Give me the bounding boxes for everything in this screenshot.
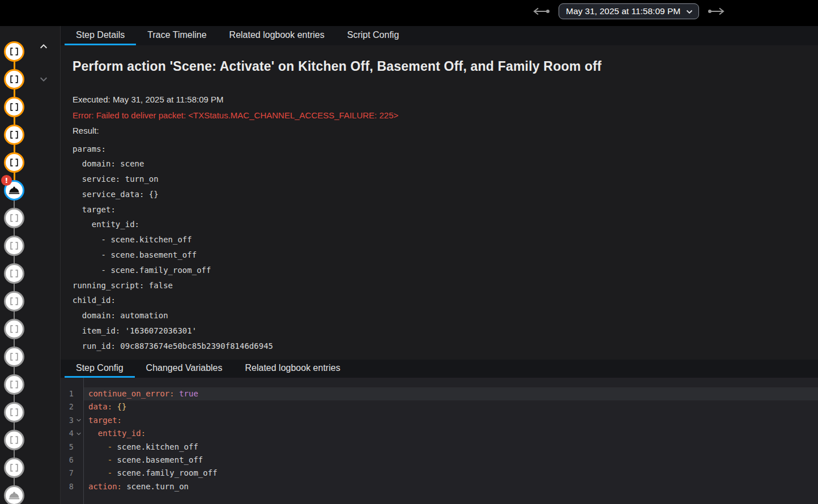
code-line[interactable]: 2data: {} xyxy=(61,400,818,413)
trace-path-sidebar: ! xyxy=(0,26,61,504)
gutter: 8 xyxy=(61,480,83,493)
code-brackets-icon xyxy=(8,434,20,446)
fold-spacer xyxy=(74,467,83,480)
timeline-node-code-brackets[interactable] xyxy=(4,97,24,117)
timeline-node-code-brackets[interactable] xyxy=(4,236,24,256)
code-text: - scene.family_room_off xyxy=(83,467,818,480)
line-number: 4 xyxy=(61,427,74,440)
run-date-select[interactable]: May 31, 2025 at 11:58:09 PM xyxy=(559,3,699,19)
tab-step-details[interactable]: Step Details xyxy=(65,26,136,45)
yaml-line: service: turn_on xyxy=(73,172,818,187)
error-badge: ! xyxy=(1,175,12,186)
yaml-line: service_data: {} xyxy=(73,187,818,202)
gutter: 1 xyxy=(61,387,83,400)
timeline-node-code-brackets[interactable] xyxy=(4,125,24,145)
yaml-line: running_script: false xyxy=(73,278,818,293)
yaml-line: entity_id: xyxy=(73,217,818,232)
tab-trace-timeline[interactable]: Trace Timeline xyxy=(136,26,218,45)
gutter: 6 xyxy=(61,454,83,467)
step-config-tab-bar: Step ConfigChanged VariablesRelated logb… xyxy=(61,360,818,378)
error-message: Error: Failed to deliver packet: <TXStat… xyxy=(73,108,818,123)
fold-spacer xyxy=(74,387,83,400)
timeline-node-code-brackets[interactable] xyxy=(4,374,24,395)
code-brackets-icon xyxy=(8,74,20,85)
next-step-button[interactable] xyxy=(37,72,50,86)
gutter: 7 xyxy=(61,467,83,480)
code-line[interactable]: 3target: xyxy=(61,414,818,427)
fold-toggle-icon[interactable] xyxy=(74,414,83,427)
chevron-up-icon xyxy=(37,46,50,55)
timeline-node-code-brackets[interactable] xyxy=(4,291,24,311)
subtab-related-logbook-entries[interactable]: Related logbook entries xyxy=(234,360,352,378)
code-text: entity_id: xyxy=(83,427,818,440)
fold-toggle-icon[interactable] xyxy=(74,427,83,440)
code-text: - scene.basement_off xyxy=(83,454,818,467)
code-brackets-icon xyxy=(8,101,20,113)
code-brackets-icon xyxy=(8,379,20,390)
code-line[interactable]: 8action: scene.turn_on xyxy=(61,480,818,493)
code-brackets-icon xyxy=(8,323,20,335)
code-brackets-icon xyxy=(8,212,20,224)
fold-spacer xyxy=(74,400,83,413)
room-service-icon xyxy=(8,489,20,502)
tab-related-logbook-entries[interactable]: Related logbook entries xyxy=(218,26,336,45)
timeline-node-code-brackets[interactable] xyxy=(4,347,24,367)
timeline-node-code-brackets[interactable] xyxy=(4,152,24,173)
previous-run-button[interactable] xyxy=(530,6,552,17)
gutter: 3 xyxy=(61,414,83,427)
ray-arrow-right-icon xyxy=(707,7,726,16)
code-line[interactable]: 6 - scene.basement_off xyxy=(61,454,818,467)
previous-step-button[interactable] xyxy=(37,40,50,53)
code-brackets-icon xyxy=(8,46,20,57)
line-number: 2 xyxy=(61,400,74,413)
code-brackets-icon xyxy=(8,351,20,362)
code-line[interactable]: 4 entity_id: xyxy=(61,427,818,440)
subtab-step-config[interactable]: Step Config xyxy=(65,360,135,378)
code-brackets-icon xyxy=(8,268,20,279)
timeline-node-code-brackets[interactable] xyxy=(4,208,24,228)
timeline-node-code-brackets[interactable] xyxy=(4,263,24,284)
yaml-line: - scene.basement_off xyxy=(73,247,818,263)
run-date-value: May 31, 2025 at 11:58:09 PM xyxy=(566,6,680,16)
code-text: action: scene.turn_on xyxy=(83,480,818,493)
yaml-line: params: xyxy=(73,142,818,157)
gutter: 2 xyxy=(61,400,83,413)
next-run-button[interactable] xyxy=(706,6,727,17)
timeline-node-code-brackets[interactable] xyxy=(4,319,24,339)
timeline-node-code-brackets[interactable] xyxy=(4,69,24,89)
subtab-changed-variables[interactable]: Changed Variables xyxy=(135,360,234,378)
code-brackets-icon xyxy=(8,462,20,473)
trace-tab-bar: Step DetailsTrace TimelineRelated logboo… xyxy=(61,26,818,45)
yaml-line: target: xyxy=(73,202,818,217)
code-line[interactable]: 5 - scene.kitchen_off xyxy=(61,441,818,454)
ray-arrow-left-icon xyxy=(531,7,551,16)
timeline-node-room-service[interactable] xyxy=(4,485,24,504)
fold-spacer xyxy=(74,441,83,454)
line-number: 8 xyxy=(61,480,74,493)
yaml-code-editor[interactable]: 1continue_on_error: true2data: {}3target… xyxy=(61,378,818,504)
room-service-icon xyxy=(8,184,20,197)
chevron-down-icon xyxy=(686,6,693,16)
fold-spacer xyxy=(74,454,83,467)
gutter: 5 xyxy=(61,441,83,454)
step-title: Perform action 'Scene: Activate' on Kitc… xyxy=(73,59,818,74)
timeline-node-code-brackets[interactable] xyxy=(4,430,24,450)
executed-timestamp: Executed: May 31, 2025 at 11:58:09 PM xyxy=(73,92,818,108)
code-line[interactable]: 1continue_on_error: true xyxy=(61,387,818,400)
tab-script-config[interactable]: Script Config xyxy=(336,26,411,45)
timeline-node-code-brackets[interactable] xyxy=(4,41,24,62)
code-line[interactable]: 7 - scene.family_room_off xyxy=(61,467,818,480)
line-number: 7 xyxy=(61,467,74,480)
run-navigation: May 31, 2025 at 11:58:09 PM xyxy=(530,3,727,19)
line-number: 6 xyxy=(61,454,74,467)
code-brackets-icon xyxy=(8,240,20,251)
code-brackets-icon xyxy=(8,407,20,418)
code-brackets-icon xyxy=(8,129,20,140)
top-bar: May 31, 2025 at 11:58:09 PM xyxy=(0,0,818,26)
timeline-node-code-brackets[interactable] xyxy=(4,458,24,478)
line-number: 1 xyxy=(61,387,74,400)
yaml-line: - scene.family_room_off xyxy=(73,263,818,278)
result-yaml-block: params: domain: scene service: turn_on s… xyxy=(73,142,818,354)
chevron-down-icon xyxy=(37,79,50,88)
timeline-node-code-brackets[interactable] xyxy=(4,402,24,422)
